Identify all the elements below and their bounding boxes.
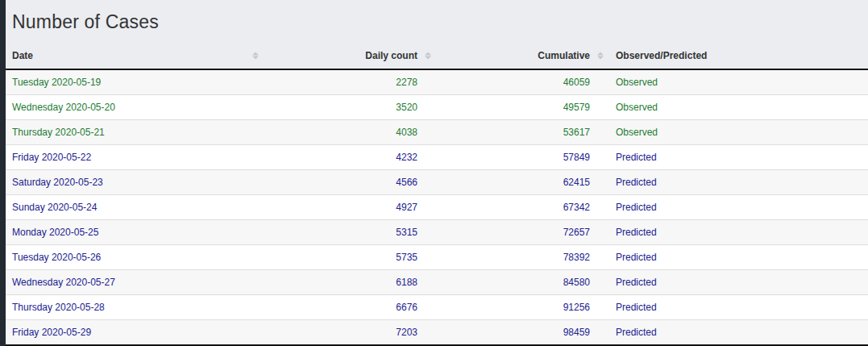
table-header-row: DateDaily countCumulativeObserved/Predic… bbox=[6, 43, 868, 69]
cell-daily-count: 4232 bbox=[264, 145, 437, 170]
cell-cumulative: 98459 bbox=[437, 320, 609, 345]
cases-panel: Number of Cases DateDaily countCumulativ… bbox=[6, 0, 868, 346]
cell-date: Monday 2020-05-25 bbox=[6, 220, 264, 245]
cell-daily-count: 7203 bbox=[264, 320, 437, 345]
cell-daily-count: 5315 bbox=[264, 220, 437, 245]
cell-daily-count: 6188 bbox=[264, 270, 437, 295]
cell-status: Observed bbox=[609, 95, 868, 120]
cell-date: Wednesday 2020-05-20 bbox=[6, 95, 264, 120]
cell-date: Tuesday 2020-05-26 bbox=[6, 245, 264, 270]
cell-date: Tuesday 2020-05-19 bbox=[6, 69, 264, 95]
sort-arrows-icon bbox=[252, 52, 259, 60]
table-row: Friday 2020-05-29720398459Predicted bbox=[6, 320, 868, 345]
cell-date: Sunday 2020-05-24 bbox=[6, 195, 264, 220]
cell-date: Wednesday 2020-05-27 bbox=[6, 270, 264, 295]
column-header-status: Observed/Predicted bbox=[609, 43, 868, 69]
cell-cumulative: 57849 bbox=[437, 145, 609, 170]
cell-daily-count: 3520 bbox=[264, 95, 437, 120]
sidebar-edge bbox=[0, 0, 6, 346]
table-row: Saturday 2020-05-23456662415Predicted bbox=[6, 170, 868, 195]
table-row: Thursday 2020-05-21403853617Observed bbox=[6, 120, 868, 145]
table-row: Friday 2020-05-22423257849Predicted bbox=[6, 145, 868, 170]
cell-cumulative: 84580 bbox=[437, 270, 609, 295]
cell-status: Predicted bbox=[609, 245, 868, 270]
cell-status: Predicted bbox=[609, 195, 868, 220]
sort-arrows-icon bbox=[597, 52, 604, 60]
cell-status: Predicted bbox=[609, 320, 868, 345]
cell-daily-count: 5735 bbox=[264, 245, 437, 270]
table-row: Tuesday 2020-05-26573578392Predicted bbox=[6, 245, 868, 270]
column-header-label: Cumulative bbox=[538, 50, 590, 61]
cell-status: Predicted bbox=[609, 295, 868, 320]
cell-status: Predicted bbox=[609, 220, 868, 245]
cell-cumulative: 49579 bbox=[437, 95, 609, 120]
cell-date: Thursday 2020-05-21 bbox=[6, 120, 264, 145]
table-row: Thursday 2020-05-28667691256Predicted bbox=[6, 295, 868, 320]
page-title: Number of Cases bbox=[6, 0, 868, 43]
cases-table: DateDaily countCumulativeObserved/Predic… bbox=[6, 43, 868, 344]
table-row: Wednesday 2020-05-27618884580Predicted bbox=[6, 270, 868, 295]
column-header-label: Observed/Predicted bbox=[616, 50, 707, 61]
cell-cumulative: 67342 bbox=[437, 195, 609, 220]
column-header-cumulative[interactable]: Cumulative bbox=[437, 43, 609, 69]
cell-date: Thursday 2020-05-28 bbox=[6, 295, 264, 320]
cell-daily-count: 4927 bbox=[264, 195, 437, 220]
cell-cumulative: 72657 bbox=[437, 220, 609, 245]
cell-cumulative: 78392 bbox=[437, 245, 609, 270]
column-header-label: Date bbox=[12, 50, 33, 61]
table-row: Sunday 2020-05-24492767342Predicted bbox=[6, 195, 868, 220]
table-body: Tuesday 2020-05-19227846059ObservedWedne… bbox=[6, 69, 868, 344]
cell-status: Predicted bbox=[609, 145, 868, 170]
cell-date: Friday 2020-05-22 bbox=[6, 145, 264, 170]
cell-daily-count: 4038 bbox=[264, 120, 437, 145]
cell-date: Friday 2020-05-29 bbox=[6, 320, 264, 345]
cell-daily-count: 6676 bbox=[264, 295, 437, 320]
column-header-daily[interactable]: Daily count bbox=[264, 43, 437, 69]
cell-daily-count: 2278 bbox=[264, 69, 437, 95]
cell-cumulative: 53617 bbox=[437, 120, 609, 145]
table-row: Monday 2020-05-25531572657Predicted bbox=[6, 220, 868, 245]
cell-cumulative: 62415 bbox=[437, 170, 609, 195]
cases-table-container: DateDaily countCumulativeObserved/Predic… bbox=[6, 43, 868, 346]
cell-cumulative: 46059 bbox=[437, 69, 609, 95]
column-header-date[interactable]: Date bbox=[6, 43, 264, 69]
table-row: Wednesday 2020-05-20352049579Observed bbox=[6, 95, 868, 120]
column-header-label: Daily count bbox=[365, 50, 417, 61]
table-row: Tuesday 2020-05-19227846059Observed bbox=[6, 69, 868, 95]
cell-status: Predicted bbox=[609, 270, 868, 295]
cell-daily-count: 4566 bbox=[264, 170, 437, 195]
cell-status: Predicted bbox=[609, 170, 868, 195]
cell-cumulative: 91256 bbox=[437, 295, 609, 320]
cell-date: Saturday 2020-05-23 bbox=[6, 170, 264, 195]
sort-arrows-icon bbox=[425, 52, 431, 60]
cell-status: Observed bbox=[609, 69, 868, 95]
cell-status: Observed bbox=[609, 120, 868, 145]
